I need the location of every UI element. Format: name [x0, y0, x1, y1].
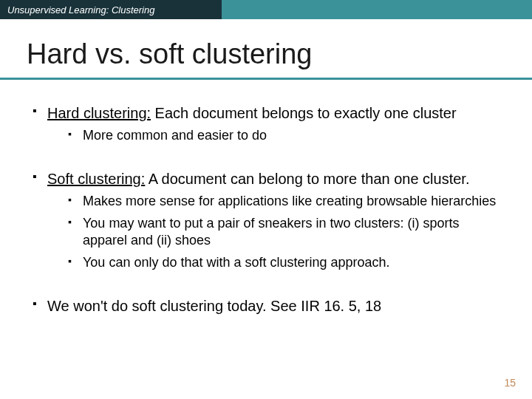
bullet-hard-clustering-term: Hard clustering: [47, 105, 151, 121]
topbar: Unsupervised Learning: Clustering [0, 0, 532, 19]
bullet-soft-clustering: Soft clustering: A document can belong t… [30, 169, 502, 271]
slide: Unsupervised Learning: Clustering Hard v… [0, 0, 532, 399]
title-wrap: Hard vs. soft clustering [0, 19, 532, 80]
slide-breadcrumb: Unsupervised Learning: Clustering [0, 0, 222, 19]
page-number: 15 [504, 377, 516, 389]
bullet-hard-clustering-text: Each document belongs to exactly one clu… [151, 105, 457, 121]
subbullet-soft-2: You may want to put a pair of sneakers i… [65, 215, 502, 250]
slide-content: Hard clustering: Each document belongs t… [0, 89, 532, 316]
subbullet-soft-1: Makes more sense for applications like c… [65, 193, 502, 210]
bullet-closing: We won't do soft clustering today. See I… [30, 296, 502, 316]
bullet-soft-clustering-text: A document can belong to more than one c… [145, 171, 469, 187]
topbar-accent [222, 0, 532, 19]
bullet-hard-clustering: Hard clustering: Each document belongs t… [30, 103, 502, 144]
slide-title: Hard vs. soft clustering [27, 38, 505, 70]
bullet-soft-clustering-term: Soft clustering: [47, 171, 145, 187]
subbullet-soft-3: You can only do that with a soft cluster… [65, 254, 502, 271]
subbullet-hard-1: More common and easier to do [65, 127, 502, 144]
